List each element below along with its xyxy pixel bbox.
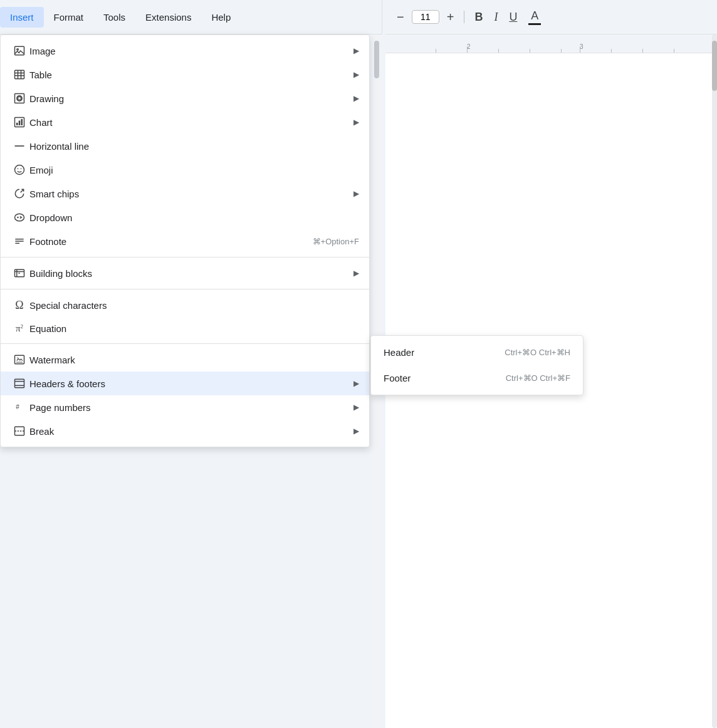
ruler-tick [498, 49, 499, 53]
menu-help[interactable]: Help [201, 7, 241, 28]
horizontal-line-label: Horizontal line [29, 141, 359, 152]
underline-button[interactable]: U [505, 8, 521, 26]
menu-extensions[interactable]: Extensions [135, 7, 201, 28]
svg-rect-13 [21, 119, 23, 125]
chart-label: Chart [29, 117, 348, 128]
ruler-tick [674, 49, 674, 53]
menu-item-dropdown[interactable]: Dropdown [1, 205, 369, 229]
ruler-tick [436, 49, 436, 53]
font-increase-button[interactable]: + [443, 8, 458, 27]
image-icon [9, 44, 29, 57]
menu-tools[interactable]: Tools [93, 7, 135, 28]
ruler-tick [467, 46, 468, 53]
special-characters-icon: Ω [9, 299, 29, 312]
italic-button[interactable]: I [490, 8, 501, 26]
break-icon [9, 425, 29, 437]
bold-button[interactable]: B [471, 8, 486, 26]
menu-item-horizontal-line[interactable]: Horizontal line [1, 134, 369, 158]
page-numbers-arrow: ▶ [353, 403, 359, 412]
table-label: Table [29, 70, 348, 80]
header-label: Header [384, 347, 414, 358]
divider-3 [1, 343, 369, 344]
watermark-icon [9, 353, 29, 366]
svg-rect-27 [18, 273, 20, 274]
menu-item-table[interactable]: Table ▶ [1, 63, 369, 86]
menu-insert[interactable]: Insert [0, 7, 44, 28]
menu-item-headers-footers[interactable]: Headers & footers ▶ Header Ctrl+⌘O Ctrl+… [1, 372, 369, 395]
header-shortcut: Ctrl+⌘O Ctrl+⌘H [505, 348, 570, 357]
watermark-label: Watermark [29, 355, 359, 365]
menu-item-watermark[interactable]: Watermark [1, 348, 369, 372]
break-label: Break [29, 426, 348, 437]
menu-format[interactable]: Format [44, 7, 94, 28]
break-arrow: ▶ [353, 427, 359, 435]
footnote-shortcut: ⌘+Option+F [313, 237, 359, 246]
ruler-tick [580, 46, 580, 53]
menu-item-image[interactable]: Image ▶ [1, 39, 369, 63]
text-color-icon: A [528, 9, 541, 25]
headers-footers-icon [9, 377, 29, 390]
svg-rect-0 [15, 46, 24, 55]
svg-point-17 [21, 169, 22, 170]
menu-item-chart[interactable]: Chart ▶ [1, 110, 369, 134]
headers-footers-label: Headers & footers [29, 378, 348, 389]
menu-item-footnote[interactable]: Footnote ⌘+Option+F [1, 229, 369, 253]
divider-1 [1, 257, 369, 257]
submenu-footer[interactable]: Footer Ctrl+⌘O Ctrl+⌘F [371, 365, 583, 391]
footnote-icon [9, 235, 29, 247]
svg-point-29 [17, 357, 18, 359]
svg-line-18 [21, 189, 24, 192]
headers-footers-arrow: ▶ [353, 379, 359, 388]
ruler-tick [611, 49, 612, 53]
page-numbers-icon: # [9, 401, 29, 413]
submenu-header[interactable]: Header Ctrl+⌘O Ctrl+⌘H [371, 340, 583, 365]
dropdown-label: Dropdown [29, 212, 359, 223]
dropdown-icon [9, 211, 29, 224]
menu-scrollbar-thumb [374, 41, 379, 78]
menu-item-special-characters[interactable]: Ω Special characters [1, 293, 369, 318]
color-bar [528, 23, 541, 25]
font-size-input[interactable] [412, 10, 439, 24]
footnote-label: Footnote [29, 236, 305, 247]
page-numbers-label: Page numbers [29, 402, 348, 413]
ruler-tick [561, 49, 562, 53]
svg-point-20 [17, 217, 19, 219]
equation-icon: π2 [9, 323, 29, 334]
chart-icon [9, 116, 29, 128]
menu-item-page-numbers[interactable]: # Page numbers ▶ [1, 395, 369, 419]
table-arrow: ▶ [353, 70, 359, 79]
ruler-tick [530, 49, 530, 53]
headers-footers-submenu: Header Ctrl+⌘O Ctrl+⌘H Footer Ctrl+⌘O Ct… [370, 335, 584, 395]
toolbar: − + B I U A [385, 0, 717, 34]
footer-label: Footer [384, 373, 411, 383]
svg-point-16 [18, 169, 19, 170]
svg-point-15 [15, 165, 24, 175]
svg-point-1 [17, 49, 18, 51]
toolbar-divider-1 [464, 11, 464, 23]
special-characters-label: Special characters [29, 300, 359, 311]
drawing-icon [9, 92, 29, 105]
page-scrollbar[interactable] [712, 34, 717, 728]
ruler: 2 3 [385, 34, 717, 53]
menu-item-equation[interactable]: π2 Equation [1, 318, 369, 340]
equation-label: Equation [29, 323, 359, 334]
font-decrease-button[interactable]: − [393, 8, 408, 27]
building-blocks-label: Building blocks [29, 268, 348, 279]
emoji-icon [9, 164, 29, 176]
divider-2 [1, 289, 369, 289]
building-blocks-arrow: ▶ [353, 269, 359, 278]
menu-item-drawing[interactable]: Drawing ▶ [1, 86, 369, 110]
ruler-tick [642, 49, 643, 53]
menu-item-emoji[interactable]: Emoji [1, 158, 369, 182]
menu-item-building-blocks[interactable]: Building blocks ▶ [1, 261, 369, 285]
menu-item-break[interactable]: Break ▶ [1, 419, 369, 443]
smart-chips-label: Smart chips [29, 189, 348, 199]
insert-dropdown-menu: Image ▶ Table ▶ Drawing ▶ [0, 34, 370, 447]
svg-point-19 [15, 214, 24, 221]
page-scrollbar-thumb [712, 41, 717, 91]
image-arrow: ▶ [353, 46, 359, 55]
text-color-button[interactable]: A [525, 7, 545, 28]
building-blocks-icon [9, 267, 29, 279]
menu-item-smart-chips[interactable]: Smart chips ▶ [1, 182, 369, 205]
menu-bar: Insert Format Tools Extensions Help [0, 0, 382, 34]
